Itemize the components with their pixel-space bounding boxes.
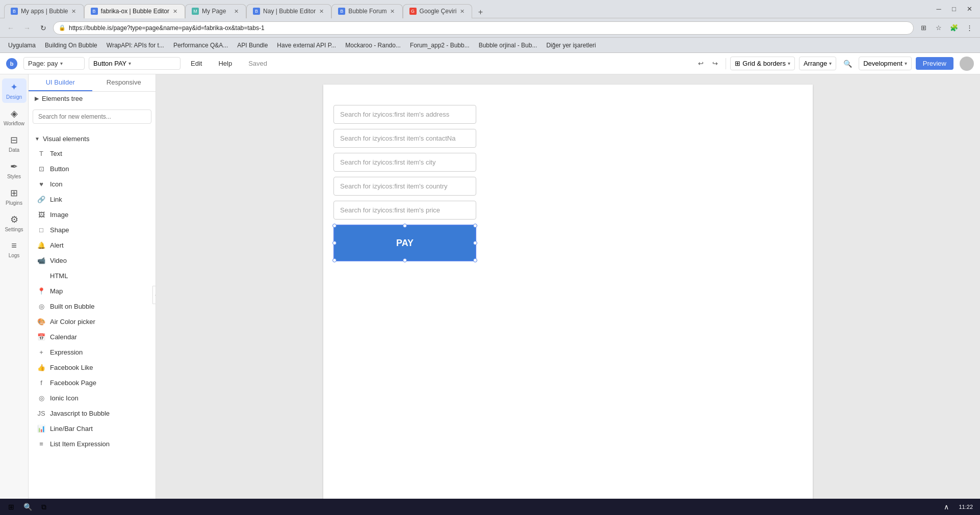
new-tab-button[interactable]: +	[474, 6, 486, 18]
canvas-field-1[interactable]: Search for izyicos:first item's contactN…	[333, 129, 476, 148]
element-shape[interactable]: □Shape	[29, 222, 156, 237]
edit-button[interactable]: Edit	[185, 57, 208, 70]
tab-close-tab2[interactable]: ✕	[171, 8, 178, 15]
tab-close-tab1[interactable]: ✕	[70, 8, 78, 15]
element-expression[interactable]: +Expression	[29, 344, 156, 360]
search-button[interactable]: 🔍	[840, 57, 855, 71]
address-bar[interactable]: 🔒 https://bubble.is/page?type=page&name=…	[53, 21, 914, 35]
element-text[interactable]: TText	[29, 146, 156, 161]
element-video[interactable]: 📹Video	[29, 253, 156, 268]
bookmark-item-9[interactable]: Diğer yer işaretleri	[542, 40, 600, 50]
element-label-list-item-expression: List Item Expression	[50, 440, 110, 448]
element-javascript-to-bubble[interactable]: JSJavascript to Bubble	[29, 405, 156, 421]
resize-handle-br[interactable]	[473, 258, 477, 262]
bookmark-item-8[interactable]: Bubble orjinal - Bub...	[475, 40, 541, 50]
redo-button[interactable]: ↪	[708, 57, 721, 70]
element-list-item-expression[interactable]: ≡List Item Expression	[29, 436, 156, 451]
tab-close-tab5[interactable]: ✕	[389, 8, 396, 15]
bookmark-item-0[interactable]: Uygulama	[4, 40, 40, 50]
canvas-field-0[interactable]: Search for izyicos:first item's address	[333, 105, 476, 124]
sidebar-item-settings[interactable]: ⚙Settings	[2, 211, 27, 235]
element-facebook-like[interactable]: 👍Facebook Like	[29, 360, 156, 375]
browser-tab-tab4[interactable]: BNay | Bubble Editor✕	[246, 4, 331, 18]
taskbar-task-view[interactable]: ⧉	[37, 500, 51, 514]
tab-responsive[interactable]: Responsive	[92, 74, 156, 91]
element-ionic-icon[interactable]: ◎Ionic Icon	[29, 390, 156, 405]
element-label-ionic-icon: Ionic Icon	[50, 394, 79, 402]
tab-ui-builder[interactable]: UI Builder	[29, 74, 92, 91]
bookmark-item-1[interactable]: Building On Bubble	[41, 40, 101, 50]
element-html[interactable]: HTML	[29, 268, 156, 283]
sidebar-item-logs[interactable]: ≡Logs	[2, 237, 27, 261]
taskbar-start-button[interactable]: ⊞	[4, 500, 18, 514]
forward-button[interactable]: →	[20, 21, 34, 35]
element-button[interactable]: ⊡Button	[29, 161, 156, 176]
element-calendar[interactable]: 📅Calendar	[29, 329, 156, 344]
menu-button[interactable]: ⋮	[963, 21, 976, 35]
browser-tab-tab6[interactable]: GGoogle Çeviri✕	[403, 4, 473, 18]
resize-handle-bl[interactable]	[332, 258, 337, 262]
tab-close-tab4[interactable]: ✕	[318, 8, 325, 15]
sidebar-item-data[interactable]: ⊟Data	[2, 131, 27, 156]
bookmark-item-5[interactable]: Have external API P...	[273, 40, 340, 50]
browser-tab-tab5[interactable]: BBubble Forum✕	[331, 4, 402, 18]
preview-button[interactable]: Preview	[916, 57, 953, 70]
elements-tree-row[interactable]: ▶ Elements tree	[29, 92, 156, 105]
translate-button[interactable]: ⊞	[917, 21, 930, 35]
canvas-field-2[interactable]: Search for izyicos:first item's city	[333, 153, 476, 172]
element-map[interactable]: 📍Map	[29, 283, 156, 299]
element-link[interactable]: 🔗Link	[29, 192, 156, 207]
sidebar-item-design[interactable]: ✦Design	[2, 78, 27, 103]
canvas-field-3[interactable]: Search for izyicos:first item's country	[333, 177, 476, 196]
maximize-button[interactable]: □	[947, 3, 961, 16]
grid-borders-button[interactable]: ⊞ Grid & borders ▾	[730, 57, 795, 70]
bookmark-button[interactable]: ☆	[932, 21, 945, 35]
search-elements-input[interactable]	[33, 110, 151, 124]
arrange-button[interactable]: Arrange ▾	[799, 57, 836, 70]
element-image[interactable]: 🖼Image	[29, 207, 156, 222]
resize-handle-tr[interactable]	[473, 224, 477, 228]
close-button[interactable]: ✕	[963, 3, 976, 16]
sidebar-item-workflow[interactable]: ◈Workflow	[2, 105, 27, 129]
help-button[interactable]: Help	[212, 57, 238, 70]
canvas-area[interactable]: Search for izyicos:first item's addressS…	[156, 74, 980, 515]
sidebar-item-plugins[interactable]: ⊞Plugins	[2, 184, 27, 209]
bookmark-item-2[interactable]: WrapAPI: APIs for t...	[102, 40, 168, 50]
element-selector[interactable]: Button PAY ▾	[89, 57, 180, 70]
tab-close-tab3[interactable]: ✕	[233, 8, 240, 15]
browser-tab-tab2[interactable]: Bfabrika-ox | Bubble Editor✕	[84, 4, 186, 18]
visual-elements-header[interactable]: ▼ Visual elements	[29, 132, 156, 146]
bookmark-item-4[interactable]: API Bundle	[233, 40, 272, 50]
resize-handle-bm[interactable]	[403, 258, 407, 262]
bookmark-item-6[interactable]: Mockaroo - Rando...	[341, 40, 405, 50]
browser-tab-tab1[interactable]: BMy apps | Bubble✕	[4, 4, 84, 18]
sidebar-item-styles[interactable]: ✒Styles	[2, 158, 27, 182]
resize-handle-ml[interactable]	[332, 241, 337, 245]
pay-button[interactable]: PAY	[333, 225, 476, 261]
extensions-button[interactable]: 🧩	[947, 21, 961, 35]
minimize-button[interactable]: ─	[932, 3, 945, 16]
tab-close-tab6[interactable]: ✕	[458, 8, 466, 15]
undo-button[interactable]: ↩	[694, 57, 707, 70]
element-air-color-picker[interactable]: 🎨Air Color picker	[29, 314, 156, 329]
reload-button[interactable]: ↻	[37, 21, 50, 35]
element-icon[interactable]: ♥Icon	[29, 176, 156, 192]
resize-handle-tm[interactable]	[403, 224, 407, 228]
resize-handle-mr[interactable]	[473, 241, 477, 245]
element-built-on-bubble[interactable]: ◎Built on Bubble	[29, 299, 156, 314]
user-avatar[interactable]	[960, 57, 974, 71]
element-alert[interactable]: 🔔Alert	[29, 237, 156, 253]
browser-tab-tab3[interactable]: MMy Page✕	[185, 4, 246, 18]
taskbar-search[interactable]: 🔍	[20, 500, 35, 514]
resize-handle-tl[interactable]	[332, 224, 337, 228]
page-selector[interactable]: Page: pay ▾	[23, 57, 85, 70]
element-facebook-page[interactable]: fFacebook Page	[29, 375, 156, 390]
collapse-panel-button[interactable]: ◀	[152, 286, 156, 304]
bookmark-item-7[interactable]: Forum_app2 - Bubb...	[406, 40, 474, 50]
development-selector[interactable]: Development ▾	[859, 57, 912, 70]
canvas-field-4[interactable]: Search for izyicos:first item's price	[333, 201, 476, 220]
bookmark-item-3[interactable]: Performance Q&A...	[169, 40, 232, 50]
back-button[interactable]: ←	[4, 21, 17, 35]
taskbar-icons-tray[interactable]: ∧	[939, 500, 953, 514]
element-line-bar-chart[interactable]: 📊Line/Bar Chart	[29, 421, 156, 436]
